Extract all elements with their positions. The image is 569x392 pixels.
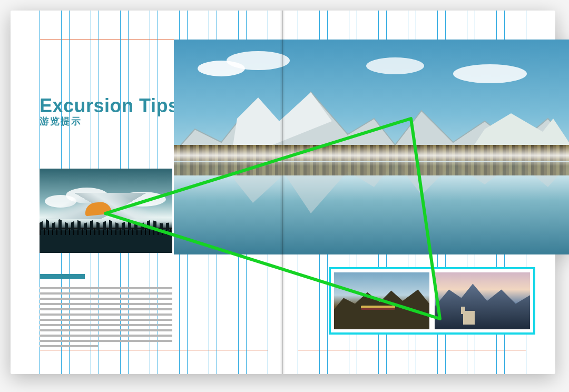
- thumbnail-highlight-box: [329, 267, 535, 335]
- thumb-funicular: [334, 272, 429, 329]
- svg-point-6: [227, 51, 290, 70]
- heading-cn: 游览提示: [40, 115, 82, 128]
- svg-point-8: [453, 64, 527, 83]
- placeholder-text-block: [40, 287, 172, 350]
- accent-bar: [40, 274, 85, 279]
- page-spread: Excursion Tips 游览提示: [11, 11, 556, 374]
- svg-point-7: [366, 57, 424, 74]
- photo-hero-mountain-lake: [174, 40, 569, 254]
- thumb-castle: [435, 272, 530, 329]
- photo-observation-deck: [40, 169, 172, 253]
- heading-en: Excursion Tips: [40, 95, 179, 117]
